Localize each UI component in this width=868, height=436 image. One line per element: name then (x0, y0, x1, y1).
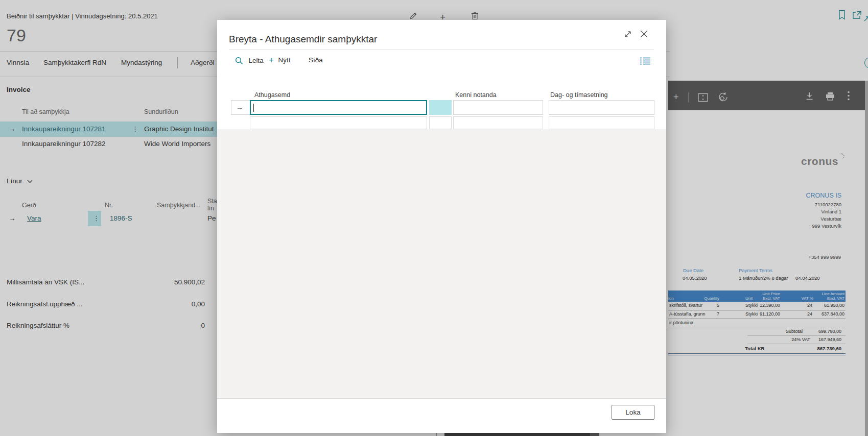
dialog-body-empty-area (217, 129, 666, 398)
divider (229, 50, 654, 50)
search-icon (235, 57, 243, 65)
grid-col-datetime[interactable]: Dag- og tímasetning (550, 91, 608, 99)
comment-cell-empty[interactable] (250, 116, 427, 129)
indicator-cell-empty (429, 116, 452, 129)
datetime-cell[interactable] (549, 100, 654, 115)
datetime-cell-empty[interactable] (549, 116, 654, 129)
dialog-title: Breyta - Athugasemdir samþykktar (229, 34, 377, 45)
user-id-cell-empty[interactable] (453, 116, 543, 129)
current-row-arrow-icon: → (236, 103, 243, 111)
close-dialog-icon[interactable] (639, 29, 649, 39)
approval-comments-dialog: Breyta - Athugasemdir samþykktar Leita +… (217, 20, 666, 433)
search-button[interactable]: Leita (235, 56, 264, 65)
comment-input[interactable] (250, 100, 427, 115)
new-label: Nýtt (278, 56, 290, 64)
expand-dialog-icon[interactable] (624, 30, 632, 38)
show-list-icon[interactable] (640, 57, 650, 65)
grid-col-user-id[interactable]: Kenni notanda (455, 91, 497, 99)
screen: Beiðnir til samþykktar | Vinnudagsetning… (0, 0, 868, 436)
row-selector-cell: → (231, 100, 250, 115)
grid-col-comment[interactable]: Athugasemd (254, 91, 290, 99)
user-id-cell[interactable] (453, 100, 543, 115)
text-caret (253, 104, 254, 112)
page-menu-button[interactable]: Síða (309, 56, 323, 64)
comment-row-indicator-cell (429, 100, 452, 115)
new-button[interactable]: + Nýtt (269, 55, 290, 65)
close-button[interactable]: Loka (612, 405, 654, 420)
plus-icon: + (269, 55, 274, 65)
dialog-footer: Loka (217, 398, 666, 433)
search-label: Leita (248, 57, 263, 64)
